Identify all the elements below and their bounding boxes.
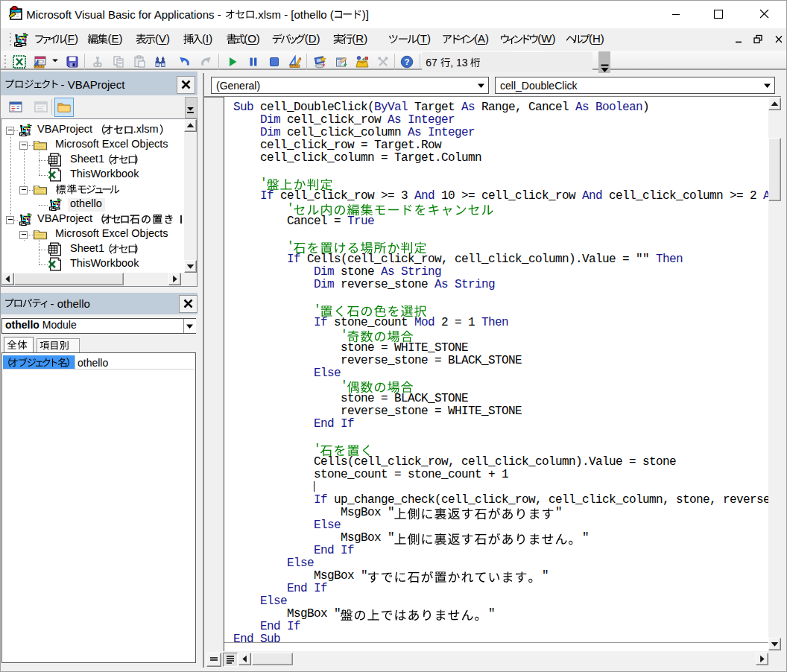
svg-text:?: ?: [404, 57, 409, 66]
